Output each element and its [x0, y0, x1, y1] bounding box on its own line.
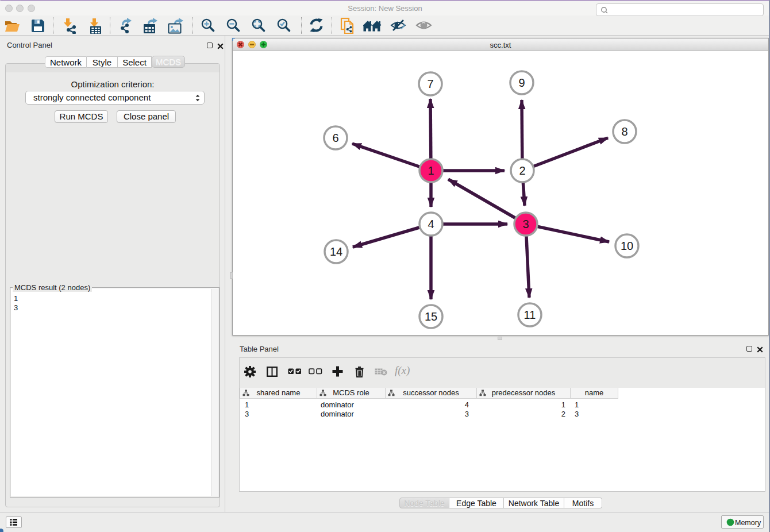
svg-text:6: 6 — [332, 132, 338, 144]
svg-text:3: 3 — [522, 218, 529, 230]
svg-text:8: 8 — [621, 125, 627, 138]
svg-text:4: 4 — [428, 218, 434, 230]
svg-text:14: 14 — [330, 245, 342, 258]
svg-text:10: 10 — [621, 240, 633, 252]
svg-text:7: 7 — [427, 78, 433, 90]
svg-text:15: 15 — [425, 310, 437, 323]
svg-text:1: 1 — [428, 164, 434, 177]
svg-text:2: 2 — [519, 164, 525, 177]
svg-text:11: 11 — [524, 309, 536, 321]
svg-text:9: 9 — [518, 76, 525, 89]
